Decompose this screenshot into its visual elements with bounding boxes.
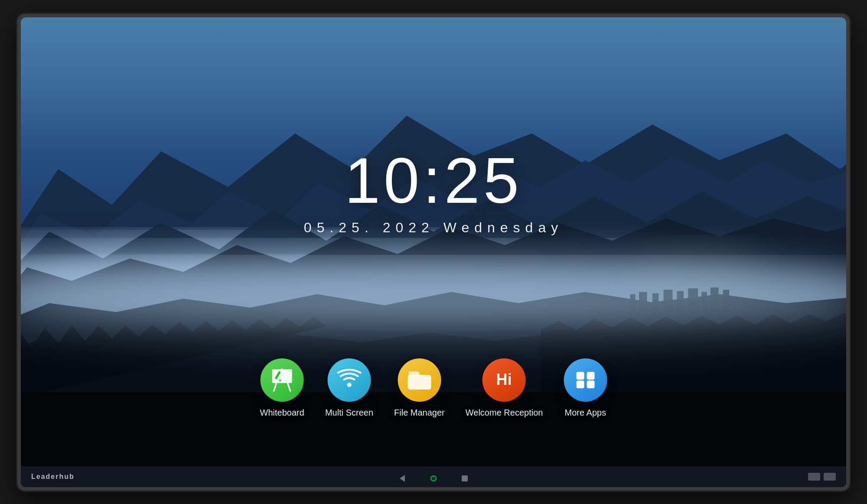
nav-back-button[interactable]: [397, 473, 407, 484]
svg-rect-26: [272, 369, 292, 383]
app-welcome[interactable]: Hi Welcome Reception: [466, 358, 543, 418]
bottom-nav-buttons: [397, 473, 470, 484]
svg-rect-33: [407, 375, 431, 390]
moreapps-icon-bg[interactable]: [564, 358, 607, 402]
svg-line-30: [288, 383, 290, 391]
whiteboard-label: Whiteboard: [260, 408, 304, 418]
app-multiscreen[interactable]: Multi Screen: [325, 358, 373, 418]
home-icon: [430, 475, 437, 481]
app-whiteboard[interactable]: Whiteboard: [260, 358, 304, 418]
clock-time: 10:25: [304, 149, 563, 213]
menu-icon: [462, 475, 468, 481]
welcome-icon-bg[interactable]: Hi: [482, 358, 526, 402]
bottom-bar: Leaderhub: [21, 466, 846, 487]
svg-text:Hi: Hi: [496, 371, 512, 388]
filemanager-svg-icon: [406, 369, 433, 391]
filemanager-label: File Manager: [394, 408, 445, 418]
multiscreen-icon-bg[interactable]: [327, 358, 371, 402]
monitor-frame: 10:25 05.25. 2022 Wednesday: [17, 14, 850, 491]
whiteboard-icon-bg[interactable]: [261, 358, 304, 402]
svg-line-29: [274, 383, 277, 391]
app-moreapps[interactable]: More Apps: [564, 358, 607, 418]
multiscreen-label: Multi Screen: [325, 408, 373, 418]
welcome-svg-icon: Hi: [491, 368, 517, 392]
svg-rect-37: [576, 380, 584, 388]
brand-logo: Leaderhub: [31, 473, 75, 481]
mist-layer-3: [21, 275, 846, 340]
clock-container: 10:25 05.25. 2022 Wednesday: [304, 149, 563, 236]
moreapps-label: More Apps: [565, 408, 606, 418]
app-filemanager[interactable]: File Manager: [394, 358, 445, 418]
svg-rect-36: [587, 372, 594, 380]
welcome-label: Welcome Reception: [466, 408, 543, 418]
moreapps-svg-icon: [573, 368, 598, 392]
multiscreen-svg-icon: [336, 368, 362, 392]
bottom-icon-1[interactable]: [808, 473, 820, 481]
svg-rect-35: [576, 372, 584, 380]
back-icon: [400, 475, 405, 482]
clock-date: 05.25. 2022 Wednesday: [304, 220, 563, 236]
bottom-right-controls: [808, 473, 836, 481]
screen: 10:25 05.25. 2022 Wednesday: [21, 17, 846, 487]
bottom-icon-2[interactable]: [824, 473, 836, 481]
svg-rect-38: [587, 380, 594, 388]
apps-container: Whiteboard Multi Screen: [260, 358, 607, 418]
nav-home-button[interactable]: [428, 473, 439, 484]
svg-point-32: [347, 383, 351, 387]
whiteboard-svg-icon: [270, 368, 295, 392]
filemanager-icon-bg[interactable]: [398, 358, 441, 402]
nav-menu-button[interactable]: [460, 473, 470, 484]
